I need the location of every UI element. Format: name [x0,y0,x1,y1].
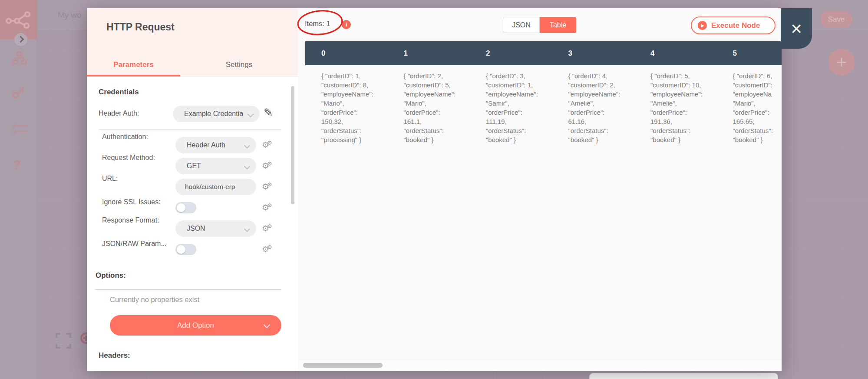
table-cell: { "orderID": 2, "customerID": 5, "employ… [388,65,470,144]
field-settings-icon[interactable]: ⚙⚙ [262,223,279,233]
table-cell: { "orderID": 6, "customerID": "employeeN… [717,65,782,144]
field-label-request-method: Request Method: [102,154,155,162]
ignore-ssl-toggle[interactable] [175,202,196,213]
close-modal-button[interactable]: × [781,8,812,49]
headers-heading: Headers: [99,351,130,360]
chevron-down-icon [244,163,250,170]
response-format-select[interactable]: JSON [175,220,256,237]
fullscreen-icon[interactable] [56,333,71,349]
credential-label: Header Auth: [99,110,139,117]
sidebar-collapse-button[interactable] [14,33,27,46]
field-label-ignore-ssl: Ignore SSL Issues: [102,198,161,206]
save-button[interactable]: Save [820,11,852,28]
info-icon[interactable]: i [342,20,351,29]
json-view-button[interactable]: JSON [503,17,540,33]
authentication-select[interactable]: Header Auth [175,137,256,153]
chevron-down-icon [244,226,250,232]
toggle-knob [177,245,185,254]
credential-select[interactable]: Example Credentia [173,106,260,122]
toggle-knob [177,203,185,212]
workflow-title: My wo [58,10,82,20]
options-empty-text: Currently no properties exist [110,296,199,304]
request-method-value: GET [187,162,201,170]
field-label-json-raw: JSON/RAW Param... [102,240,167,248]
chevron-right-icon [17,36,24,43]
execute-node-button[interactable]: ▶ Execute Node [691,17,776,34]
column-header: 0 [305,41,388,65]
field-label-url: URL: [102,175,118,183]
horizontal-scrollbar[interactable] [303,363,383,368]
add-option-button[interactable]: Add Option [110,315,281,336]
field-settings-icon[interactable]: ⚙⚙ [262,244,279,254]
field-settings-icon[interactable]: ⚙⚙ [262,203,279,212]
url-input[interactable] [175,179,256,195]
tab-settings[interactable]: Settings [180,60,298,69]
chevron-down-icon [244,143,250,149]
edit-credential-icon[interactable]: ✎ [264,106,273,119]
results-table-header: 0 1 2 3 4 5 [305,41,782,65]
response-format-value: JSON [187,225,205,232]
field-label-response-format: Response Format: [102,216,159,224]
field-settings-icon[interactable]: ⚙⚙ [262,161,279,170]
tab-parameters[interactable]: Parameters [87,60,180,69]
json-raw-toggle[interactable] [175,244,196,255]
key-icon[interactable] [12,85,26,99]
divider [99,130,281,130]
chevron-down-icon [248,111,254,117]
table-view-button[interactable]: Table [540,17,576,33]
table-cell: { "orderID": 4, "customerID": 2, "employ… [552,65,635,144]
column-header: 5 [717,41,782,65]
add-option-label: Add Option [177,321,214,330]
checklist-icon[interactable] [12,123,27,135]
field-label-authentication: Authentication: [102,133,148,141]
app-sidebar: ? [0,0,37,379]
bottom-cropped-panel [589,373,778,379]
parameters-form: Credentials Header Auth: Example Credent… [87,76,298,371]
field-settings-icon[interactable]: ⚙⚙ [262,182,279,191]
vertical-scrollbar[interactable] [291,86,294,204]
results-panel: Items: 1 i JSON Table ▶ Execute Node 0 1… [298,8,782,371]
credential-value: Example Credentia [184,110,243,117]
field-settings-icon[interactable]: ⚙⚙ [262,140,279,150]
column-header: 3 [552,41,635,65]
sitemap-icon[interactable] [12,51,27,65]
options-heading: Options: [96,271,126,280]
help-question-icon[interactable]: ? [13,157,21,172]
credentials-heading: Credentials [99,88,139,96]
items-count-label: Items: 1 [305,20,330,28]
play-icon: ▶ [698,21,707,30]
results-table-row: { "orderID": 1, "customerID": 8, "employ… [305,65,782,144]
add-node-button[interactable]: + [828,49,855,76]
table-cell: { "orderID": 3, "customerID": 1, "employ… [470,65,552,144]
node-detail-modal: HTTP Request Parameters Settings Credent… [87,8,782,371]
request-method-select[interactable]: GET [175,158,256,174]
node-config-panel: HTTP Request Parameters Settings Credent… [87,8,298,371]
authentication-value: Header Auth [187,141,225,149]
chevron-down-icon [264,322,271,329]
divider [95,289,281,290]
table-cell: { "orderID": 5, "customerID": 10, "emplo… [634,65,717,144]
view-toggle: JSON Table [503,17,576,33]
column-header: 4 [634,41,717,65]
column-header: 1 [388,41,470,65]
table-cell: { "orderID": 1, "customerID": 8, "employ… [305,65,388,144]
execute-node-label: Execute Node [711,21,760,30]
tab-bar: Parameters Settings [87,8,298,76]
column-header: 2 [470,41,552,65]
